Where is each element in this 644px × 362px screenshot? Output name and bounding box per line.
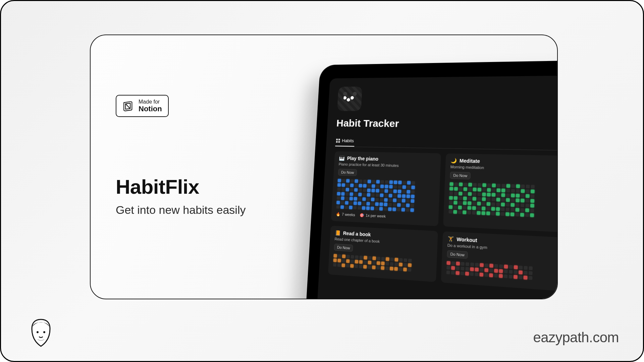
habit-title-label: Meditate <box>460 158 480 164</box>
habit-meta-item: 🔥7 weeks <box>336 212 355 217</box>
habit-emoji-icon: 🌙 <box>450 158 457 164</box>
tab-label: Habits <box>342 138 354 143</box>
meta-emoji-icon: 🎯 <box>360 213 365 217</box>
badge-line2: Notion <box>139 105 162 113</box>
tablet-bezel: Habit Tracker Habits 🎹Play the pianoPian… <box>304 60 558 299</box>
habit-heatmap <box>448 182 556 218</box>
habit-heatmap <box>333 254 432 273</box>
habit-title: 🎹Play the piano <box>339 156 436 163</box>
grid-icon <box>336 138 340 142</box>
tab-habits[interactable]: Habits <box>335 136 355 147</box>
habit-meta-item: 🎯1x per week <box>360 213 386 219</box>
habit-subtitle: Morning meditation <box>450 165 557 172</box>
made-for-notion-badge: Made for Notion <box>116 95 169 117</box>
hero-card: Made for Notion HabitFlix Get into new h… <box>90 35 558 299</box>
product-subtitle: Get into new habits easily <box>116 203 246 217</box>
product-title: HabitFlix <box>116 175 199 198</box>
habit-title-label: Play the piano <box>347 156 378 162</box>
habit-card-meditate[interactable]: 🌙MeditateMorning meditationDo Now <box>443 154 558 232</box>
app-icon <box>337 86 362 111</box>
site-url: eazypath.com <box>533 329 619 346</box>
habit-emoji-icon: 🎹 <box>339 156 344 161</box>
habit-title-label: Workout <box>457 236 477 243</box>
meta-emoji-icon: 🔥 <box>336 212 340 216</box>
meta-text: 1x per week <box>366 213 386 218</box>
author-avatar <box>27 317 55 348</box>
app-title: Habit Tracker <box>336 118 558 131</box>
do-now-button[interactable]: Do Now <box>450 172 471 179</box>
do-now-button[interactable]: Do Now <box>338 169 357 176</box>
meta-text: 7 weeks <box>342 212 355 217</box>
habit-meta: 🔥7 weeks🎯1x per week <box>336 212 433 221</box>
habit-card-read[interactable]: 📙Read a bookRead one chapter of a bookDo… <box>328 226 438 282</box>
badge-text: Made for Notion <box>139 99 162 113</box>
habit-heatmap <box>446 261 555 282</box>
habit-title-label: Read a book <box>343 230 371 237</box>
do-now-button[interactable]: Do Now <box>334 244 353 252</box>
outer-frame: Made for Notion HabitFlix Get into new h… <box>0 0 644 362</box>
habit-card-workout[interactable]: 🏋️WorkoutDo a workout in a gymDo Now <box>441 231 558 291</box>
do-now-button[interactable]: Do Now <box>447 250 468 259</box>
app-screen: Habit Tracker Habits 🎹Play the pianoPian… <box>316 75 558 299</box>
habit-title: 🌙Meditate <box>450 158 557 166</box>
tabs: Habits <box>335 136 558 150</box>
habit-emoji-icon: 📙 <box>335 230 340 236</box>
tablet-mockup: Habit Tracker Habits 🎹Play the pianoPian… <box>312 62 558 299</box>
habit-subtitle: Piano practice for at least 30 minutes <box>338 162 435 169</box>
svg-point-0 <box>37 331 39 333</box>
habit-card-piano[interactable]: 🎹Play the pianoPiano practice for at lea… <box>331 151 441 226</box>
badge-line1: Made for <box>139 99 162 105</box>
habit-emoji-icon: 🏋️ <box>447 236 454 242</box>
habit-heatmap <box>336 179 435 213</box>
svg-point-1 <box>43 331 45 333</box>
habit-cards: 🎹Play the pianoPiano practice for at lea… <box>328 151 558 291</box>
notion-icon <box>122 100 134 112</box>
